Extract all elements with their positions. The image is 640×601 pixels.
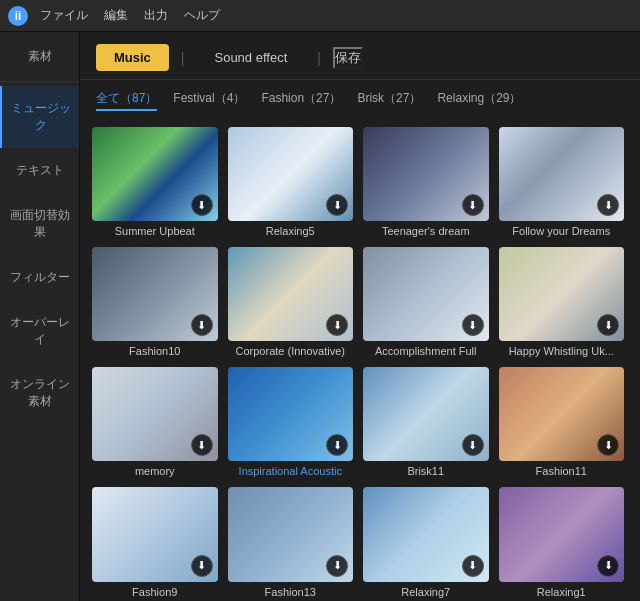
thumb-0: ⬇: [92, 127, 218, 221]
app-logo: ii: [8, 6, 28, 26]
titlebar: ii ファイル編集出力ヘルプ: [0, 0, 640, 32]
tab-divider-2: |: [317, 50, 321, 66]
thumb-11: ⬇: [499, 367, 625, 461]
download-button-14[interactable]: ⬇: [462, 555, 484, 577]
grid-label-7: Happy Whistling Uk...: [499, 345, 625, 357]
thumb-7: ⬇: [499, 247, 625, 341]
tab-music[interactable]: Music: [96, 44, 169, 71]
grid-label-13: Fashion13: [228, 586, 354, 598]
download-button-6[interactable]: ⬇: [462, 314, 484, 336]
filter-bar: 全て（87）Festival（4）Fashion（27）Brisk（27）Rel…: [80, 80, 640, 119]
grid-item-5[interactable]: ⬇Corporate (Innovative): [228, 247, 354, 357]
download-button-7[interactable]: ⬇: [597, 314, 619, 336]
grid-item-13[interactable]: ⬇Fashion13: [228, 487, 354, 597]
music-grid: ⬇Summer Upbeat⬇Relaxing5⬇Teenager's drea…: [92, 127, 624, 601]
main-layout: 素材 ミュージックテキスト画面切替効果フィルターオーバーレイオンライン素材 Mu…: [0, 32, 640, 601]
menu-item-ファイル[interactable]: ファイル: [40, 7, 88, 24]
grid-label-14: Relaxing7: [363, 586, 489, 598]
tab-bar: Music | Sound effect | 保存: [80, 32, 640, 80]
download-button-13[interactable]: ⬇: [326, 555, 348, 577]
grid-item-9[interactable]: ⬇Inspirational Acoustic: [228, 367, 354, 477]
thumb-13: ⬇: [228, 487, 354, 581]
grid-item-11[interactable]: ⬇Fashion11: [499, 367, 625, 477]
tab-save[interactable]: 保存: [333, 47, 363, 69]
menu-item-出力[interactable]: 出力: [144, 7, 168, 24]
grid-item-3[interactable]: ⬇Follow your Dreams: [499, 127, 625, 237]
download-button-5[interactable]: ⬇: [326, 314, 348, 336]
grid-label-5: Corporate (Innovative): [228, 345, 354, 357]
download-button-9[interactable]: ⬇: [326, 434, 348, 456]
grid-label-0: Summer Upbeat: [92, 225, 218, 237]
download-button-11[interactable]: ⬇: [597, 434, 619, 456]
sidebar-item-4[interactable]: オーバーレイ: [0, 300, 79, 362]
download-button-4[interactable]: ⬇: [191, 314, 213, 336]
menu-bar: ファイル編集出力ヘルプ: [40, 7, 220, 24]
grid-item-6[interactable]: ⬇Accomplishment Full: [363, 247, 489, 357]
grid-item-15[interactable]: ⬇Relaxing1: [499, 487, 625, 597]
thumb-6: ⬇: [363, 247, 489, 341]
sidebar-item-0[interactable]: ミュージック: [0, 86, 79, 148]
sidebar: 素材 ミュージックテキスト画面切替効果フィルターオーバーレイオンライン素材: [0, 32, 80, 601]
sidebar-item-3[interactable]: フィルター: [0, 255, 79, 300]
download-button-3[interactable]: ⬇: [597, 194, 619, 216]
download-button-1[interactable]: ⬇: [326, 194, 348, 216]
filter-tab-4[interactable]: Relaxing（29）: [437, 88, 521, 111]
menu-item-ヘルプ[interactable]: ヘルプ: [184, 7, 220, 24]
menu-item-編集[interactable]: 編集: [104, 7, 128, 24]
grid-item-1[interactable]: ⬇Relaxing5: [228, 127, 354, 237]
download-button-0[interactable]: ⬇: [191, 194, 213, 216]
grid-label-9: Inspirational Acoustic: [228, 465, 354, 477]
grid-label-11: Fashion11: [499, 465, 625, 477]
thumb-1: ⬇: [228, 127, 354, 221]
download-button-15[interactable]: ⬇: [597, 555, 619, 577]
grid-label-2: Teenager's dream: [363, 225, 489, 237]
filter-tab-3[interactable]: Brisk（27）: [357, 88, 421, 111]
grid-item-2[interactable]: ⬇Teenager's dream: [363, 127, 489, 237]
download-button-8[interactable]: ⬇: [191, 434, 213, 456]
grid-label-6: Accomplishment Full: [363, 345, 489, 357]
grid-label-10: Brisk11: [363, 465, 489, 477]
thumb-2: ⬇: [363, 127, 489, 221]
grid-label-12: Fashion9: [92, 586, 218, 598]
grid-item-0[interactable]: ⬇Summer Upbeat: [92, 127, 218, 237]
thumb-9: ⬇: [228, 367, 354, 461]
tab-divider: |: [181, 50, 185, 66]
grid-label-1: Relaxing5: [228, 225, 354, 237]
thumb-10: ⬇: [363, 367, 489, 461]
grid-item-7[interactable]: ⬇Happy Whistling Uk...: [499, 247, 625, 357]
sidebar-item-1[interactable]: テキスト: [0, 148, 79, 193]
grid-item-10[interactable]: ⬇Brisk11: [363, 367, 489, 477]
sidebar-item-2[interactable]: 画面切替効果: [0, 193, 79, 255]
thumb-14: ⬇: [363, 487, 489, 581]
thumb-8: ⬇: [92, 367, 218, 461]
thumb-3: ⬇: [499, 127, 625, 221]
sidebar-top-label: 素材: [0, 40, 79, 82]
download-button-10[interactable]: ⬇: [462, 434, 484, 456]
tab-sound-effect[interactable]: Sound effect: [196, 44, 305, 71]
thumb-4: ⬇: [92, 247, 218, 341]
filter-tab-1[interactable]: Festival（4）: [173, 88, 245, 111]
sidebar-item-5[interactable]: オンライン素材: [0, 362, 79, 424]
grid-label-8: memory: [92, 465, 218, 477]
thumb-5: ⬇: [228, 247, 354, 341]
grid-label-3: Follow your Dreams: [499, 225, 625, 237]
grid-label-4: Fashion10: [92, 345, 218, 357]
download-button-2[interactable]: ⬇: [462, 194, 484, 216]
music-grid-container[interactable]: ⬇Summer Upbeat⬇Relaxing5⬇Teenager's drea…: [80, 119, 640, 601]
filter-tab-0[interactable]: 全て（87）: [96, 88, 157, 111]
filter-tab-2[interactable]: Fashion（27）: [261, 88, 341, 111]
download-button-12[interactable]: ⬇: [191, 555, 213, 577]
content-area: Music | Sound effect | 保存 全て（87）Festival…: [80, 32, 640, 601]
grid-label-15: Relaxing1: [499, 586, 625, 598]
thumb-12: ⬇: [92, 487, 218, 581]
grid-item-8[interactable]: ⬇memory: [92, 367, 218, 477]
thumb-15: ⬇: [499, 487, 625, 581]
grid-item-12[interactable]: ⬇Fashion9: [92, 487, 218, 597]
grid-item-4[interactable]: ⬇Fashion10: [92, 247, 218, 357]
grid-item-14[interactable]: ⬇Relaxing7: [363, 487, 489, 597]
